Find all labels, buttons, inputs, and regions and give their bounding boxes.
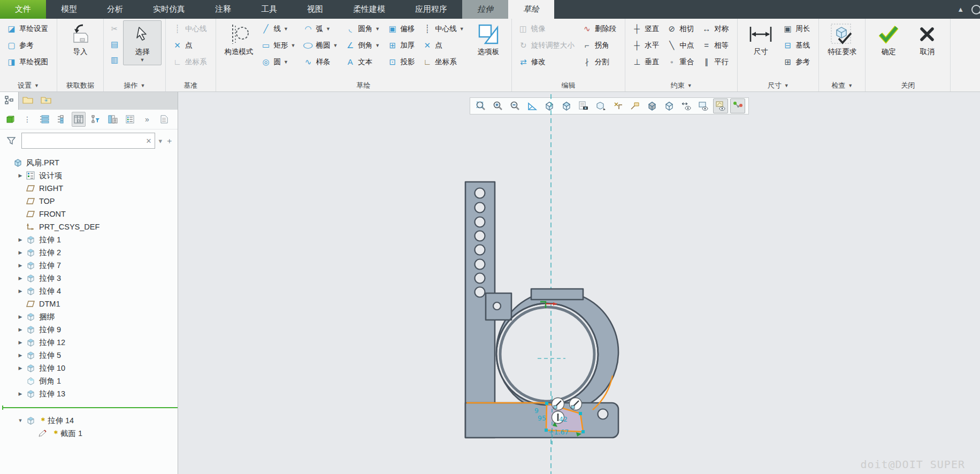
tree-item-拉伸 7[interactable]: ▶拉伸 7 [0, 259, 178, 272]
tree-item-PRT_CSYS_DEF[interactable]: PRT_CSYS_DEF [0, 220, 178, 233]
group-label-检查[interactable]: 检查▼ [823, 80, 861, 91]
doc-options-icon[interactable] [157, 112, 171, 127]
参考-button[interactable]: ⊞参考 [780, 53, 813, 70]
平行-button[interactable]: ∥平行 [699, 53, 731, 70]
tree-item-拉伸 5[interactable]: ▶拉伸 5 [0, 349, 178, 362]
tree-item-截面 1[interactable]: ＊截面 1 [0, 427, 178, 440]
矩形-button[interactable]: ▭矩形▼ [258, 37, 298, 53]
tree-display-icon[interactable] [106, 112, 120, 127]
tab-应用程序[interactable]: 应用程序 [400, 0, 462, 19]
椭圆-button[interactable]: ◯椭圆▼ [300, 37, 340, 53]
坐标系-button[interactable]: ∟坐标系 [419, 53, 466, 70]
重合-button[interactable]: ◦重合 [664, 53, 696, 70]
尺寸-button[interactable]: 尺寸 [741, 20, 780, 57]
chevron-collapsed-icon[interactable]: ▶ [17, 288, 24, 294]
group-label-获取数据[interactable]: 获取数据 [61, 80, 99, 91]
tree-item-拉伸 14[interactable]: ▼＊拉伸 14 [0, 414, 178, 427]
相等-button[interactable]: =相等 [699, 37, 731, 53]
chevron-collapsed-icon[interactable]: ▶ [17, 340, 24, 345]
tree-item-拉伸 13[interactable]: ▶拉伸 13 [0, 387, 178, 400]
chevron-collapsed-icon[interactable]: ▶ [17, 237, 24, 242]
panel-tab-model-tree[interactable] [0, 92, 19, 110]
草绘设置-button[interactable]: ◪草绘设置 [4, 20, 51, 37]
group-label-尺寸[interactable]: 尺寸▼ [741, 80, 815, 91]
tab-工具[interactable]: 工具 [246, 0, 292, 19]
ribbon-search-icon[interactable] [971, 5, 980, 14]
group-label-设置[interactable]: 设置▼ [4, 80, 53, 91]
handle-button[interactable] [570, 398, 582, 410]
tree-item-拉伸 1[interactable]: ▶拉伸 1 [0, 233, 178, 246]
chevron-expanded-icon[interactable]: ▼ [17, 418, 24, 423]
expand-list-icon[interactable] [37, 112, 51, 127]
剪切-button[interactable]: ✂ [108, 21, 121, 35]
tab-草绘[interactable]: 草绘 [508, 0, 554, 19]
overflow-icon[interactable]: » [140, 112, 154, 127]
构造模式-button[interactable]: 构造模式 [220, 20, 258, 57]
对称-button[interactable]: ↔对称 [699, 20, 731, 37]
insert-indicator-line[interactable] [2, 407, 178, 408]
tree-item-设计项[interactable]: ▶设计项 [0, 169, 178, 182]
part-geometry[interactable] [178, 92, 980, 474]
collapse-ribbon-icon[interactable]: ▲ [957, 5, 964, 13]
tree-item-拉伸 3[interactable]: ▶拉伸 3 [0, 272, 178, 285]
tree-item-FRONT[interactable]: FRONT [0, 208, 178, 220]
chevron-collapsed-icon[interactable]: ▶ [17, 391, 24, 396]
tab-文件[interactable]: 文件 [0, 0, 46, 19]
graphics-area[interactable]: 9 95 42 +1.67 doit@DOIT SUPER [178, 92, 980, 474]
复制-button[interactable]: ▤ [108, 37, 121, 51]
点-button[interactable]: ✕点 [419, 37, 466, 53]
确定-button[interactable]: 确定 [869, 20, 908, 57]
dimension-value[interactable]: +1.67 [548, 428, 569, 436]
旋转调整大小-button[interactable]: ↻旋转调整大小 [516, 37, 577, 53]
group-label-操作[interactable]: 操作▼ [108, 80, 162, 91]
tree-item-拉伸 12[interactable]: ▶拉伸 12 [0, 336, 178, 349]
panel-tab-favorites[interactable]: ✳ [37, 92, 55, 110]
tree-item-拉伸 10[interactable]: ▶拉伸 10 [0, 362, 178, 374]
修改-button[interactable]: ⇄修改 [516, 53, 577, 70]
chevron-collapsed-icon[interactable]: ▶ [17, 314, 24, 319]
偏移-button[interactable]: ▣偏移 [385, 20, 417, 37]
tree-item-捆绑[interactable]: ▶捆绑 [0, 310, 178, 323]
圆-button[interactable]: ◎圆▼ [258, 53, 298, 70]
tab-拉伸[interactable]: 拉伸 [462, 0, 508, 19]
tree-item-拉伸 4[interactable]: ▶拉伸 4 [0, 285, 178, 297]
tree-item-DTM1[interactable]: DTM1 [0, 297, 178, 310]
竖直-button[interactable]: ┼竖直 [629, 20, 662, 37]
取消-button[interactable]: 取消 [908, 20, 946, 57]
tree-item-TOP[interactable]: TOP [0, 195, 178, 208]
tab-分析[interactable]: 分析 [92, 0, 138, 19]
草绘视图-button[interactable]: ◨草绘视图 [4, 53, 51, 70]
中点-button[interactable]: ╲中点 [664, 37, 696, 53]
group-label-约束[interactable]: 约束▼ [629, 80, 733, 91]
选择-button[interactable]: 选择▼ [123, 20, 162, 65]
拐角-button[interactable]: ⌐拐角 [579, 37, 619, 53]
collapse-list-icon[interactable] [55, 112, 68, 127]
group-label-关闭[interactable]: 关闭 [869, 80, 946, 91]
group-label-草绘[interactable]: 草绘 [220, 80, 508, 91]
chevron-collapsed-icon[interactable]: ▶ [17, 327, 24, 332]
group-label-编辑[interactable]: 编辑 [516, 80, 622, 91]
点-button[interactable]: ✕点 [170, 37, 210, 53]
chevron-collapsed-icon[interactable]: ▶ [17, 276, 24, 281]
中心线-button[interactable]: ┊中心线▼ [419, 20, 466, 37]
dimension-value[interactable]: 95 [538, 414, 546, 422]
tab-视图[interactable]: 视图 [292, 0, 338, 19]
tree-item-拉伸 9[interactable]: ▶拉伸 9 [0, 323, 178, 336]
group-label-基准[interactable]: 基准 [170, 80, 212, 91]
周长-button[interactable]: ▣周长 [780, 20, 813, 37]
中心线-button[interactable]: ┊中心线 [170, 20, 210, 37]
dimension-value[interactable]: 42 [559, 415, 568, 423]
特征要求-button[interactable]: 特征要求 [823, 20, 861, 57]
chevron-collapsed-icon[interactable]: ▶ [17, 250, 24, 255]
参考-button[interactable]: ▢参考 [4, 37, 51, 53]
加厚-button[interactable]: ⊞加厚 [385, 37, 417, 53]
search-add-icon[interactable]: ＋ [165, 136, 173, 146]
show-cube-icon[interactable] [3, 112, 17, 127]
弧-button[interactable]: ◠弧▼ [300, 20, 340, 37]
坐标系-button[interactable]: ∟坐标系 [170, 53, 210, 70]
chevron-collapsed-icon[interactable]: ▶ [17, 353, 24, 358]
倒角-button[interactable]: ∠倒角▼ [342, 37, 382, 53]
选项板-button[interactable]: 选项板 [469, 20, 508, 57]
tree-filter-icon[interactable] [89, 112, 103, 127]
tree-item-拉伸 2[interactable]: ▶拉伸 2 [0, 246, 178, 259]
